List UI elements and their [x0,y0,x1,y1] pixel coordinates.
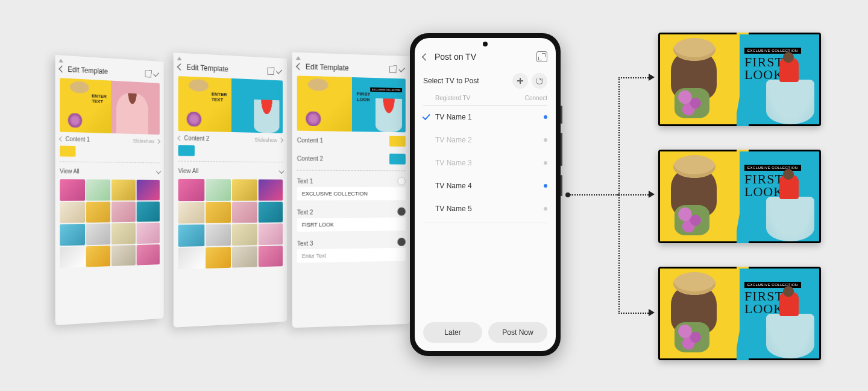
tv-name: TV Name 3 [435,159,544,167]
asset-thumb[interactable] [178,202,204,224]
asset-thumb[interactable] [60,179,85,200]
tv-list-item[interactable]: TV Name 2 [415,129,556,151]
asset-thumb[interactable] [206,202,231,223]
asset-thumb[interactable] [112,245,136,267]
screen-title: Edit Template [68,65,142,78]
tv-name: TV Name 2 [435,136,544,144]
asset-thumb[interactable] [258,179,283,200]
asset-thumb[interactable] [178,247,204,270]
editor-screen-3: Edit Template EXCLUSIVE COLLECTIONFIRST … [292,52,410,328]
asset-thumb[interactable] [136,202,160,222]
section-label: Select TV to Post [423,77,509,85]
phone-post-on-tv: Post on TV Select TV to Post Registerd T… [410,33,561,356]
asset-thumb[interactable] [232,246,257,268]
tv-list-item[interactable]: TV Name 4 [415,174,556,197]
later-button[interactable]: Later [423,322,482,343]
content-row-1[interactable]: Content 1 [292,131,410,150]
confirm-icon[interactable] [398,66,405,72]
expand-icon[interactable] [267,68,274,75]
tv-display-3: EXCLUSIVE COLLECTION FIRST LOOK [658,267,821,360]
asset-thumb[interactable] [178,179,204,201]
back-icon[interactable] [422,53,430,61]
asset-thumb[interactable] [112,202,136,223]
tv-name: TV Name 1 [435,113,544,121]
asset-thumb[interactable] [136,223,160,244]
back-icon[interactable] [177,63,184,70]
tv-name: TV Name 4 [435,182,544,190]
asset-thumb[interactable] [136,244,160,265]
back-icon[interactable] [59,66,66,72]
asset-thumb[interactable] [232,202,257,223]
confirm-icon[interactable] [153,71,159,77]
text-input-2[interactable]: FISRT LOOK [297,217,406,232]
confirm-icon[interactable] [276,68,282,74]
chevron-down-icon [156,168,162,174]
asset-thumb[interactable] [112,223,136,244]
phone-side-button [561,106,562,124]
text-input-3[interactable]: Enter Text [297,248,406,263]
text-input-1[interactable]: EXCLUSIVE COLLECTION [297,187,406,200]
asset-thumb[interactable] [258,202,283,223]
asset-thumb[interactable] [112,180,136,201]
asset-thumb[interactable] [178,224,204,247]
content-row-2[interactable]: Content 2 [292,149,410,168]
screen-title: Edit Template [186,63,264,75]
expand-icon[interactable] [536,51,547,62]
expand-icon[interactable] [145,71,151,78]
phone-side-button [561,175,562,196]
asset-thumb[interactable] [86,246,111,267]
list-header: Registerd TV Connect [415,92,556,105]
asset-thumb[interactable] [258,246,283,267]
asset-thumb[interactable] [86,202,111,223]
template-preview[interactable]: EXCLUSIVE COLLECTIONFIRST LOOK [297,75,406,132]
template-preview[interactable]: ENTER TEXT [60,78,160,135]
view-all-row[interactable]: View All [55,164,164,179]
content-thumb[interactable] [389,136,406,147]
tv-list-item[interactable]: TV Name 5 [415,197,556,220]
text-field-label-1: Text 1 [292,173,410,187]
refresh-icon [536,77,543,84]
post-now-button[interactable]: Post Now [488,322,547,343]
asset-thumb[interactable] [206,247,231,269]
color-swatch[interactable] [397,208,405,216]
content-thumb[interactable] [389,154,406,165]
color-swatch[interactable] [397,238,405,246]
content-thumb[interactable] [178,145,195,156]
text-field-label-2: Text 2 [292,204,410,218]
asset-thumb[interactable] [258,223,283,244]
arrow-icon [649,191,655,198]
color-swatch[interactable] [397,177,405,185]
wifi-icon [58,56,63,62]
connect-status-dot [544,184,547,188]
asset-thumb[interactable] [206,224,231,246]
add-tv-button[interactable] [512,73,528,89]
refresh-button[interactable] [532,73,547,89]
tv-list-item[interactable]: TV Name 3 [415,151,556,174]
content-row-2[interactable]: Content 2Slideshow [174,131,287,147]
asset-thumb[interactable] [232,179,257,200]
asset-thumb[interactable] [60,246,85,268]
connector-line [618,194,649,196]
back-icon[interactable] [296,63,303,70]
expand-icon[interactable] [389,66,396,73]
preview-badge: EXCLUSIVE COLLECTION [370,87,402,92]
asset-thumb[interactable] [206,179,231,201]
asset-thumb[interactable] [136,180,160,200]
connector-line [618,77,649,78]
preview-text: FIRST LOOK [357,92,370,103]
asset-thumb[interactable] [86,223,111,245]
asset-thumb[interactable] [232,224,257,246]
tv-display-2: EXCLUSIVE COLLECTION FIRST LOOK [658,150,821,243]
asset-thumb[interactable] [60,224,85,246]
connector-line [570,194,618,196]
view-all-row[interactable]: View All [174,164,287,178]
arrow-icon [649,74,655,81]
asset-thumb[interactable] [86,179,111,200]
asset-thumb[interactable] [60,202,85,223]
arrow-icon [649,309,655,316]
preview-text: ENTER TEXT [212,92,227,103]
template-preview[interactable]: ENTER TEXT [178,76,283,133]
tv-list-item[interactable]: TV Name 1 [415,106,556,129]
content-thumb[interactable] [60,145,75,156]
check-icon [423,112,430,120]
